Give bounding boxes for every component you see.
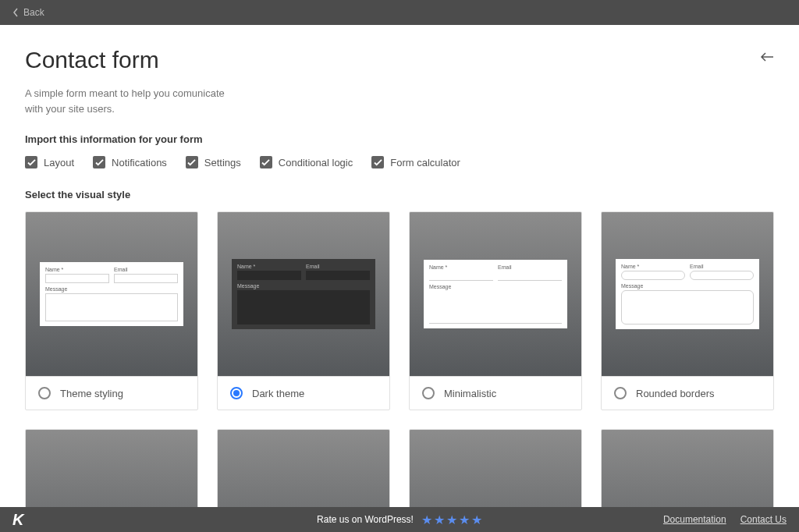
style-card-extra-1[interactable]: Name * Email Message <box>25 429 198 507</box>
style-preview: Name * Email Message <box>602 212 773 376</box>
stars-icon: ★★★★★ <box>421 512 482 527</box>
rate-label: Rate us on WordPress! <box>317 514 414 525</box>
logo-icon: K <box>12 511 23 529</box>
contact-us-link[interactable]: Contact Us <box>740 514 787 525</box>
checkbox-conditional-logic[interactable]: Conditional logic <box>260 156 353 168</box>
checkbox-icon <box>260 156 272 168</box>
style-card-extra-3[interactable]: Name * Email Message <box>409 429 582 507</box>
style-card-minimalistic[interactable]: Name * Email Message Minimalistic <box>409 211 582 410</box>
style-card-extra-4[interactable]: Name * Email Message <box>601 429 774 507</box>
style-preview: Name * Email Message <box>410 430 581 507</box>
style-preview: Name * Email Message <box>26 212 197 376</box>
checkbox-notifications[interactable]: Notifications <box>93 156 167 168</box>
style-label: Minimalistic <box>444 388 496 399</box>
style-card-rounded-borders[interactable]: Name * Email Message Rounded borders <box>601 211 774 410</box>
checkbox-label: Settings <box>204 157 241 168</box>
documentation-link[interactable]: Documentation <box>663 514 726 525</box>
checkbox-label: Conditional logic <box>279 157 353 168</box>
style-label: Theme styling <box>60 388 123 399</box>
radio-theme-styling[interactable] <box>38 387 51 399</box>
style-preview: Name * Email Message <box>218 212 389 376</box>
page-title: Contact form <box>25 47 228 73</box>
checkbox-label: Notifications <box>112 157 167 168</box>
style-card-theme-styling[interactable]: Name * Email Message Theme styling <box>25 211 198 410</box>
close-arrow-button[interactable] <box>760 51 774 66</box>
style-card-extra-2[interactable]: Name * Email Message <box>217 429 390 507</box>
checkbox-icon <box>186 156 198 168</box>
checkbox-settings[interactable]: Settings <box>186 156 241 168</box>
style-label: Rounded borders <box>636 388 714 399</box>
style-preview: Name * Email Message <box>602 430 773 507</box>
radio-rounded-borders[interactable] <box>614 387 627 399</box>
checkbox-icon <box>25 156 37 168</box>
chevron-left-icon <box>12 8 19 17</box>
checkbox-form-calculator[interactable]: Form calculator <box>371 156 460 168</box>
top-bar: Back <box>0 0 799 25</box>
style-card-dark-theme[interactable]: Name * Email Message Dark theme <box>217 211 390 410</box>
checkbox-label: Form calculator <box>390 157 460 168</box>
bottom-bar: K Rate us on WordPress! ★★★★★ Documentat… <box>0 507 799 532</box>
main-content: Contact form A simple form meant to help… <box>0 25 799 507</box>
arrow-left-icon <box>760 51 774 62</box>
style-preview: Name * Email Message <box>26 430 197 507</box>
style-label: Dark theme <box>252 388 304 399</box>
style-preview: Name * Email Message <box>218 430 389 507</box>
styles-heading: Select the visual style <box>25 189 774 200</box>
styles-grid: Name * Email Message Theme styling Name … <box>25 211 774 507</box>
style-preview: Name * Email Message <box>410 212 581 376</box>
checkbox-layout[interactable]: Layout <box>25 156 74 168</box>
radio-dark-theme[interactable] <box>230 387 243 399</box>
import-options: Layout Notifications Settings Conditiona… <box>25 156 774 168</box>
radio-minimalistic[interactable] <box>422 387 435 399</box>
page-description: A simple form meant to help you comunica… <box>25 86 228 116</box>
import-heading: Import this information for your form <box>25 133 774 145</box>
checkbox-icon <box>371 156 384 168</box>
back-button[interactable]: Back <box>12 7 44 18</box>
checkbox-label: Layout <box>44 157 74 168</box>
checkbox-icon <box>93 156 105 168</box>
back-label: Back <box>23 7 44 18</box>
rate-section[interactable]: Rate us on WordPress! ★★★★★ <box>317 512 482 527</box>
